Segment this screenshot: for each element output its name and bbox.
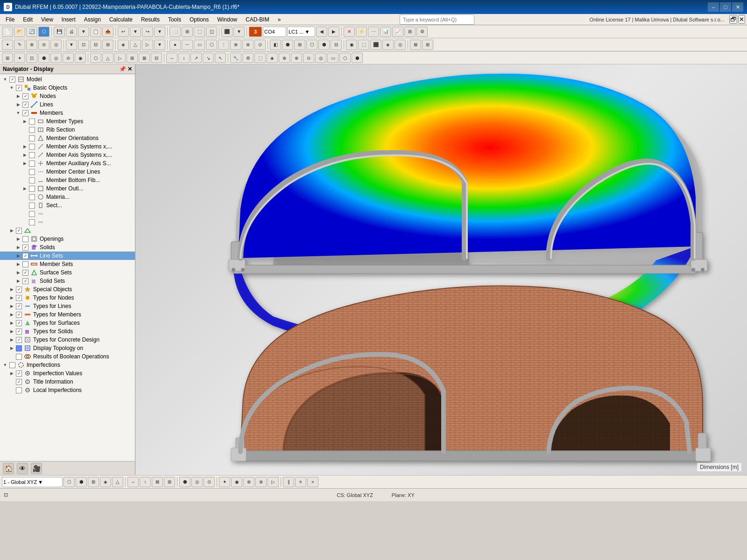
checkbox-surf-grp[interactable] (16, 228, 22, 234)
tree-item-types-surfaces[interactable]: Types for Surfaces (0, 319, 135, 327)
print-btn[interactable]: 🖨 (66, 27, 77, 37)
tb3-19[interactable]: 🔧 (230, 53, 241, 63)
bt-20[interactable]: » (307, 477, 318, 487)
tree-item-solids[interactable]: Solids (0, 243, 135, 252)
checkbox-members[interactable] (22, 110, 28, 116)
settings-btn[interactable]: ⚙ (416, 27, 428, 37)
tb2-24[interactable]: ⊟ (331, 40, 342, 50)
tb2-28[interactable]: ◈ (382, 40, 394, 50)
print-opt[interactable]: ▼ (78, 27, 89, 37)
bt-9[interactable]: ⊞ (164, 477, 175, 487)
graph-btn[interactable]: 📈 (392, 27, 403, 37)
render-drop[interactable]: ▼ (233, 27, 245, 37)
tb3-6[interactable]: ⊘ (63, 53, 74, 63)
tb2-1[interactable]: ✦ (2, 40, 13, 50)
tb3-13[interactable]: ⊟ (151, 53, 162, 63)
tree-item-aux-axis[interactable]: Member Auxiliary Axis S... (0, 159, 135, 168)
expander-surf-grp[interactable] (8, 227, 15, 234)
expander-types-concrete[interactable] (8, 336, 15, 343)
tb2-6[interactable]: ▼ (66, 40, 77, 50)
tb2-30[interactable]: ⊠ (410, 40, 421, 50)
expander-display-top[interactable] (8, 345, 15, 351)
tb2-22[interactable]: ⬡ (306, 40, 317, 50)
tb2-surf[interactable]: ▭ (194, 40, 205, 50)
tb2-26[interactable]: ⬚ (358, 40, 369, 50)
bt-12[interactable]: ⊙ (204, 477, 215, 487)
checkbox-types-surfaces[interactable] (16, 320, 22, 326)
checkbox-member-types[interactable] (29, 119, 35, 125)
tree-item-member-sets[interactable]: Member Sets (0, 260, 135, 268)
expander-axis2[interactable] (21, 152, 28, 158)
checkbox-orient[interactable] (29, 135, 35, 141)
tb3-11[interactable]: ⊞ (127, 53, 138, 63)
tb3-3[interactable]: ⊡ (26, 53, 37, 63)
menu-insert[interactable]: Insert (58, 15, 79, 24)
tb3-17[interactable]: ↘ (203, 53, 214, 63)
tree-item-solid-sets[interactable]: Solid Sets (0, 277, 135, 285)
menu-results[interactable]: Results (137, 15, 163, 24)
menu-cad-bim[interactable]: CAD-BIM (242, 15, 273, 24)
bt-11[interactable]: ◎ (191, 477, 203, 487)
menu-file[interactable]: File (2, 15, 18, 24)
open-btn[interactable]: 📂 (14, 27, 25, 37)
tb2-31[interactable]: ⊞ (422, 40, 433, 50)
bt-7[interactable]: ↕ (140, 477, 151, 487)
expander-surface-sets[interactable] (15, 269, 21, 276)
tree-item-results-bool[interactable]: Results of Boolean Operations (0, 352, 135, 361)
checkbox-special[interactable] (16, 287, 22, 293)
checkbox-nodes[interactable] (22, 93, 28, 99)
doc-btn[interactable]: 📋 (90, 27, 101, 37)
tb2-5[interactable]: ◎ (50, 40, 62, 50)
tree-item-rib-section[interactable]: Rib Section (0, 126, 135, 134)
tb3-29[interactable]: ⬢ (352, 53, 363, 63)
bt-8[interactable]: ⊠ (152, 477, 163, 487)
tree-item-lines[interactable]: Lines (0, 100, 135, 109)
checkbox-types-lines[interactable] (16, 303, 22, 309)
tb3-21[interactable]: ⬚ (254, 53, 266, 63)
tb2-14[interactable]: ⬡ (206, 40, 217, 50)
tree-item-title-info[interactable]: i Title Information (0, 378, 135, 386)
save-btn[interactable]: 💾 (54, 27, 65, 37)
tb3-18[interactable]: ↖ (215, 53, 226, 63)
checkbox-basic[interactable] (16, 85, 22, 91)
tree-item-row2[interactable] (0, 218, 135, 226)
menu-edit[interactable]: Edit (19, 15, 36, 24)
checkbox-outl[interactable] (29, 186, 35, 192)
tree-item-types-members[interactable]: Types for Members (0, 310, 135, 319)
expander-member-sets[interactable] (15, 261, 21, 267)
tb3-9[interactable]: △ (102, 53, 113, 63)
bt-6[interactable]: ↔ (127, 477, 139, 487)
tb2-16[interactable]: ⊕ (230, 40, 241, 50)
expander-types-solids[interactable] (8, 328, 15, 335)
tb2-18[interactable]: ⊙ (254, 40, 266, 50)
tb2-19[interactable]: ◧ (270, 40, 281, 50)
expander-imperf-vals[interactable] (8, 370, 15, 377)
bt-18[interactable]: ∥ (283, 477, 294, 487)
expander-imperf-root[interactable] (2, 362, 8, 368)
tb3-1[interactable]: ⊞ (2, 53, 13, 63)
tb3-22[interactable]: ◈ (267, 53, 278, 63)
maximize-button[interactable]: □ (720, 2, 731, 12)
checkbox-aux[interactable] (29, 161, 35, 167)
checkbox-solid-sets[interactable] (22, 278, 28, 284)
menu-view[interactable]: View (37, 15, 57, 24)
nav-camera-btn[interactable]: 🎥 (31, 463, 42, 474)
checkbox-axis2[interactable] (29, 152, 35, 158)
tb3-20[interactable]: ⚙ (242, 53, 254, 63)
tb2-20[interactable]: ⬣ (282, 40, 293, 50)
expander-solid-sets[interactable] (15, 278, 21, 284)
tree-item-openings[interactable]: Openings (0, 235, 135, 243)
tree-item-local-imperf[interactable]: Local Imperfections (0, 386, 135, 394)
checkbox-types-concrete[interactable] (16, 337, 22, 343)
menu-more[interactable]: » (274, 15, 285, 24)
tb2-12[interactable]: ▷ (142, 40, 153, 50)
tree-item-section[interactable]: Sect... (0, 201, 135, 210)
view4-btn[interactable]: ◫ (206, 27, 217, 37)
more-btn[interactable]: ⋯ (368, 27, 379, 37)
tb2-21[interactable]: ⊞ (294, 40, 305, 50)
tree-item-types-solids[interactable]: Types for Solids (0, 327, 135, 336)
checkbox-imperf-vals[interactable] (16, 371, 22, 377)
tree-item-surfaces-grp[interactable] (0, 226, 135, 235)
tree-item-types-concrete[interactable]: Types for Concrete Design (0, 336, 135, 344)
nav-close-btn[interactable]: ✕ (127, 66, 132, 72)
